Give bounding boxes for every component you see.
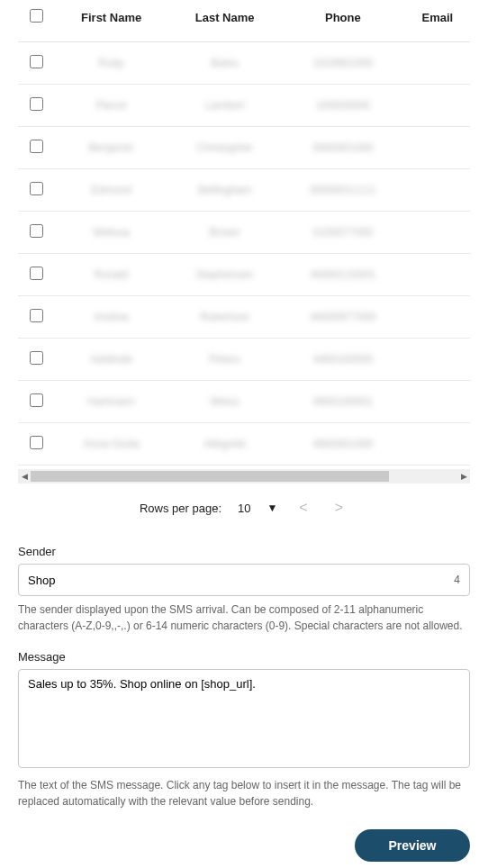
row-checkbox[interactable] (30, 140, 43, 153)
rows-per-page-value: 10 (238, 502, 250, 515)
table-row: AdelindePeters4400100000 (18, 339, 470, 381)
cell-phone: 44000977000 (281, 296, 405, 339)
row-checkbox-cell (18, 169, 54, 212)
cell-first-name: Ruby (54, 42, 168, 85)
cell-last-name: Brown (168, 212, 281, 254)
row-checkbox-cell (18, 212, 54, 254)
header-phone: Phone (281, 0, 405, 42)
message-textarea[interactable] (18, 669, 470, 768)
cell-phone: 0100077000 (281, 212, 405, 254)
cell-email (405, 381, 470, 423)
cell-first-name: Adelinde (54, 339, 168, 381)
cell-last-name: Lambert (168, 85, 281, 127)
cell-first-name: Pierce (54, 85, 168, 127)
cell-phone: 00000011111 (281, 169, 405, 212)
row-checkbox-cell (18, 254, 54, 296)
cell-email (405, 212, 470, 254)
cell-first-name: Andrea (54, 296, 168, 339)
table-row: MelissaBrown0100077000 (18, 212, 470, 254)
scroll-thumb[interactable] (31, 471, 389, 482)
sender-help-text: The sender displayed upon the SMS arriva… (18, 601, 470, 634)
cell-email (405, 254, 470, 296)
cell-first-name: Edmond (54, 169, 168, 212)
table-row: RubyBates1019901000 (18, 42, 470, 85)
cell-last-name: Stephensen (168, 254, 281, 296)
cell-last-name: Bates (168, 42, 281, 85)
cell-first-name: Anna-Giulia (54, 423, 168, 466)
select-all-checkbox[interactable] (30, 9, 43, 23)
cell-email (405, 85, 470, 127)
row-checkbox[interactable] (30, 267, 43, 280)
cell-phone: 4400100000 (281, 339, 405, 381)
cell-last-name: Christopher (168, 127, 281, 169)
row-checkbox[interactable] (30, 351, 43, 365)
cell-email (405, 169, 470, 212)
row-checkbox[interactable] (30, 224, 43, 238)
contacts-table-wrapper: First Name Last Name Phone Email RubyBat… (18, 0, 470, 466)
row-checkbox-cell (18, 339, 54, 381)
table-pager: Rows per page: 10 ▼ < > (18, 484, 470, 529)
sender-char-count: 4 (454, 574, 460, 586)
row-checkbox[interactable] (30, 182, 43, 195)
row-checkbox-cell (18, 85, 54, 127)
chevron-down-icon[interactable]: ▼ (267, 502, 277, 514)
cell-last-name: Peters (168, 339, 281, 381)
prev-page-button[interactable]: < (294, 500, 312, 516)
cell-email (405, 339, 470, 381)
rows-per-page-label: Rows per page: (140, 502, 221, 515)
message-section: Message The text of the SMS message. Cli… (18, 650, 470, 809)
table-row: BenjaminChristopher0000001000 (18, 127, 470, 169)
header-first-name: First Name (54, 0, 168, 42)
table-row: Anna-GiuliaAllegretti4600001000 (18, 423, 470, 466)
select-all-header (18, 0, 54, 42)
row-checkbox[interactable] (30, 393, 43, 407)
cell-last-name: Weiss (168, 381, 281, 423)
action-buttons: Preview Send (18, 829, 470, 868)
scroll-left-icon[interactable]: ◀ (18, 472, 31, 481)
table-row: PierceLambert100000000 (18, 85, 470, 127)
preview-button[interactable]: Preview (355, 829, 470, 862)
table-row: RonaldStephensen44000110001 (18, 254, 470, 296)
row-checkbox-cell (18, 381, 54, 423)
row-checkbox-cell (18, 42, 54, 85)
cell-last-name: Allegretti (168, 423, 281, 466)
table-row: AndreaRobertson44000977000 (18, 296, 470, 339)
scroll-track[interactable] (31, 471, 457, 482)
cell-first-name: Hartmann (54, 381, 168, 423)
next-page-button[interactable]: > (330, 500, 348, 516)
row-checkbox-cell (18, 127, 54, 169)
cell-phone: 100000000 (281, 85, 405, 127)
table-header-row: First Name Last Name Phone Email (18, 0, 470, 42)
cell-email (405, 127, 470, 169)
cell-email (405, 423, 470, 466)
table-row: EdmondBellingham00000011111 (18, 169, 470, 212)
cell-phone: 4600100001 (281, 381, 405, 423)
cell-phone: 1019901000 (281, 42, 405, 85)
row-checkbox[interactable] (30, 436, 43, 449)
message-help-text: The text of the SMS message. Click any t… (18, 777, 470, 809)
message-label: Message (18, 650, 470, 664)
horizontal-scrollbar[interactable]: ◀ ▶ (18, 469, 470, 484)
row-checkbox-cell (18, 423, 54, 466)
sender-section: Sender 4 The sender displayed upon the S… (18, 545, 470, 634)
row-checkbox[interactable] (30, 309, 43, 322)
header-email: Email (405, 0, 470, 42)
sender-input-wrapper: 4 (18, 564, 470, 596)
row-checkbox-cell (18, 296, 54, 339)
row-checkbox[interactable] (30, 97, 43, 111)
cell-email (405, 296, 470, 339)
cell-first-name: Benjamin (54, 127, 168, 169)
row-checkbox[interactable] (30, 55, 43, 68)
cell-phone: 44000110001 (281, 254, 405, 296)
header-last-name: Last Name (168, 0, 281, 42)
cell-first-name: Ronald (54, 254, 168, 296)
sender-label: Sender (18, 545, 470, 558)
sender-input[interactable] (28, 574, 454, 587)
cell-email (405, 42, 470, 85)
scroll-right-icon[interactable]: ▶ (457, 472, 470, 481)
contacts-table: First Name Last Name Phone Email RubyBat… (18, 0, 470, 466)
cell-last-name: Bellingham (168, 169, 281, 212)
cell-last-name: Robertson (168, 296, 281, 339)
table-row: HartmannWeiss4600100001 (18, 381, 470, 423)
cell-phone: 4600001000 (281, 423, 405, 466)
